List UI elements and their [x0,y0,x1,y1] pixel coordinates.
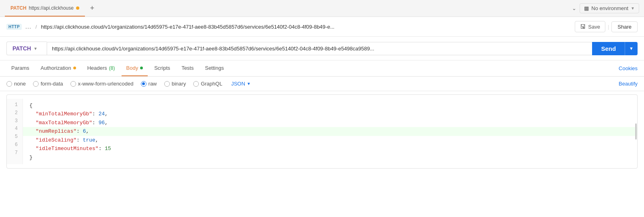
option-none-label: none [14,81,26,87]
line-num-3: 3 [12,117,18,125]
tab-body-label: Body [126,65,138,71]
url-actions: 🖫 Save | Share [575,21,638,32]
beautify-button[interactable]: Beautify [619,81,638,87]
line-num-6: 6 [12,141,18,149]
option-raw[interactable]: raw [141,81,157,87]
cookies-button[interactable]: Cookies [619,65,638,71]
code-line-4: "numReplicas": 6, [23,127,637,136]
line-numbers: 1 2 3 4 5 6 7 [7,99,23,164]
tab-scripts[interactable]: Scripts [149,61,175,76]
tab-authorization-label: Authorization [41,65,71,71]
tab-bar-right: ⌄ ▩ No environment ▼ [572,3,639,13]
save-button[interactable]: 🖫 Save [575,21,605,32]
tab-headers[interactable]: Headers (8) [83,61,120,76]
option-none[interactable]: none [6,81,26,87]
code-line-2: "minTotalMemoryGb": 24, [29,110,631,118]
breadcrumb-separator: / [35,24,37,30]
line-num-4: 4 [12,125,18,133]
authorization-active-dot [73,67,76,69]
body-options: none form-data x-www-form-urlencoded raw… [0,77,644,91]
request-line: PATCH ▼ Send ▼ [0,37,644,61]
line-num-5: 5 [12,133,18,141]
code-editor[interactable]: 1 2 3 4 5 6 7 { "minTotalMemoryGb": 24, … [6,94,638,169]
share-button[interactable]: Share [611,21,638,32]
tab-settings-label: Settings [205,65,224,71]
method-selector[interactable]: PATCH ▼ [6,42,47,55]
send-button-group: Send ▼ [592,42,638,55]
radio-graphql[interactable] [193,81,199,87]
radio-url-encoded[interactable] [70,81,76,87]
breadcrumb-more-button[interactable]: … [25,23,31,30]
tab-url: https://api.clickhouse [29,5,74,11]
option-binary[interactable]: binary [164,81,186,87]
chevron-down-icon[interactable]: ⌄ [572,5,576,11]
radio-form-data[interactable] [33,81,39,87]
radio-binary[interactable] [164,81,170,87]
no-environment-icon: ▩ [584,5,589,11]
radio-none[interactable] [6,81,12,87]
url-input[interactable] [47,42,592,55]
code-line-5: "idleScaling": true, [29,136,631,144]
option-graphql[interactable]: GraphQL [193,81,222,87]
request-tabs: Params Authorization Headers (8) Body Sc… [0,61,644,77]
save-icon: 🖫 [580,23,586,30]
code-line-7: } [29,153,631,162]
tab-modified-dot [76,6,79,10]
line-num-1: 1 [12,101,18,109]
http-badge: HTTP [6,24,22,30]
url-breadcrumb-bar: HTTP … / https://api.clickhouse.cloud/v1… [0,17,644,37]
option-raw-label: raw [149,81,157,87]
tab-body[interactable]: Body [122,61,148,76]
radio-raw[interactable] [141,81,147,87]
tab-tests[interactable]: Tests [177,61,198,76]
option-form-data[interactable]: form-data [33,81,63,87]
option-url-encoded[interactable]: x-www-form-urlencoded [70,81,134,87]
env-chevron-icon: ▼ [631,6,635,10]
tab-params-label: Params [11,65,29,71]
save-dropdown-divider: | [608,24,609,30]
code-line-1: { [29,101,631,110]
line-num-7: 7 [12,149,18,157]
scrollbar[interactable] [635,123,637,140]
format-chevron-icon: ▼ [247,81,251,86]
send-dropdown-button[interactable]: ▼ [625,42,638,55]
tab-authorization[interactable]: Authorization [36,61,81,76]
environment-selector[interactable]: ▩ No environment ▼ [580,3,639,13]
format-label: JSON [231,81,245,87]
format-selector[interactable]: JSON ▼ [231,81,251,87]
method-label: PATCH [12,45,31,52]
code-line-3: "maxTotalMemoryGb": 96, [29,119,631,127]
option-graphql-label: GraphQL [201,81,222,87]
request-url-breadcrumb: https://api.clickhouse.cloud/v1/organiza… [41,24,572,30]
active-tab[interactable]: PATCH https://api.clickhouse [5,0,85,17]
environment-label: No environment [591,5,628,11]
headers-count: (8) [109,65,115,71]
line-num-2: 2 [12,109,18,117]
send-button[interactable]: Send [592,42,625,55]
method-chevron-icon: ▼ [33,46,37,51]
tab-scripts-label: Scripts [154,65,170,71]
save-label: Save [588,24,600,30]
tab-settings[interactable]: Settings [200,61,229,76]
new-tab-button[interactable]: + [87,3,98,14]
tab-tests-label: Tests [182,65,194,71]
tab-bar: PATCH https://api.clickhouse + ⌄ ▩ No en… [0,0,644,17]
tab-headers-label: Headers [87,65,107,71]
body-active-dot [140,67,143,69]
option-binary-label: binary [172,81,186,87]
tab-params[interactable]: Params [6,61,34,76]
option-url-encoded-label: x-www-form-urlencoded [78,81,134,87]
code-content[interactable]: { "minTotalMemoryGb": 24, "maxTotalMemor… [23,99,637,164]
code-line-6: "idleTimeoutMinutes": 15 [29,144,631,153]
option-form-data-label: form-data [41,81,63,87]
tab-method: PATCH [10,5,27,11]
